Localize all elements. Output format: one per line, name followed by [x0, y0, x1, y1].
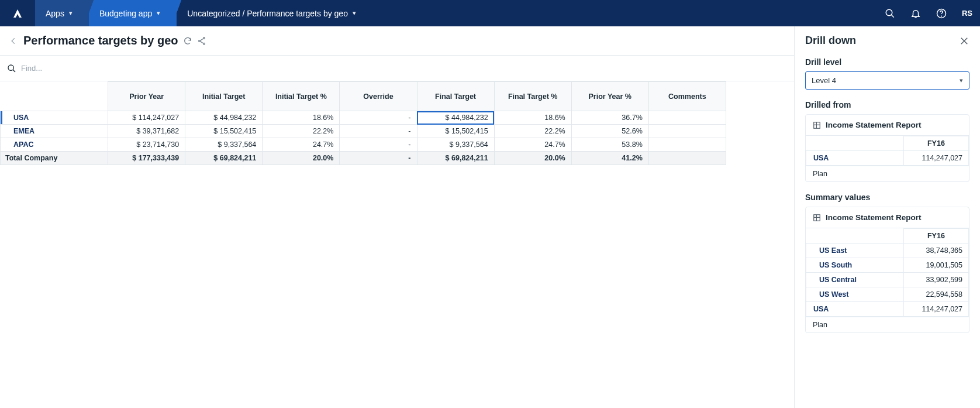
mini-row-label: USA — [806, 151, 904, 166]
cell[interactable]: $ 23,714,730 — [108, 138, 185, 152]
row-header[interactable]: USA — [1, 111, 108, 125]
cell[interactable]: $ 15,502,415 — [185, 125, 263, 138]
user-avatar[interactable]: RS — [954, 0, 980, 26]
cell[interactable]: 24.7% — [263, 138, 340, 152]
cell[interactable]: $ 44,984,232 — [417, 111, 494, 125]
column-header[interactable]: Initial Target — [185, 82, 263, 111]
svg-line-8 — [200, 41, 203, 43]
column-header[interactable]: Comments — [648, 82, 726, 111]
cell[interactable]: $ 9,337,564 — [417, 138, 494, 152]
page-title: Performance targets by geo — [23, 34, 206, 47]
cell[interactable]: $ 69,824,211 — [185, 152, 263, 165]
close-icon[interactable] — [959, 36, 969, 46]
svg-line-7 — [200, 39, 203, 40]
cell[interactable]: - — [340, 111, 417, 125]
chevron-down-icon: ▾ — [960, 77, 963, 84]
svg-point-3 — [941, 16, 942, 16]
card-title: Income Statement Report — [806, 115, 969, 136]
nav-breadcrumb[interactable]: Uncategorized / Performance targets by g… — [177, 0, 372, 26]
row-header[interactable]: Total Company — [1, 152, 108, 165]
cell[interactable]: - — [340, 138, 417, 152]
column-header[interactable]: Final Target % — [494, 82, 571, 111]
mini-row-value: 19,001,505 — [903, 258, 968, 273]
cell[interactable]: - — [340, 125, 417, 138]
row-header[interactable]: APAC — [1, 138, 108, 152]
cell[interactable]: $ 177,333,439 — [108, 152, 185, 165]
row-header[interactable]: EMEA — [1, 125, 108, 138]
svg-point-5 — [198, 40, 200, 42]
card-footer: Plan — [806, 166, 969, 181]
cell[interactable]: $ 39,371,682 — [108, 125, 185, 138]
drill-down-panel: Drill down Drill level Level 4 ▾ Drilled… — [794, 26, 980, 408]
cell[interactable]: $ 9,337,564 — [185, 138, 263, 152]
panel-title-row: Drill down — [805, 35, 969, 47]
mini-row-label: US West — [806, 287, 904, 302]
nav-breadcrumb-label: Uncategorized / Performance targets by g… — [187, 9, 348, 18]
column-header[interactable]: Prior Year % — [571, 82, 648, 111]
mini-row-value: 38,748,365 — [903, 244, 968, 258]
cell[interactable]: 18.6% — [263, 111, 340, 125]
search-icon[interactable] — [7, 64, 16, 73]
cell[interactable]: 41.2% — [571, 152, 648, 165]
cell[interactable]: 52.6% — [571, 125, 648, 138]
cell[interactable]: $ 114,247,027 — [108, 111, 185, 125]
cell[interactable]: 22.2% — [494, 125, 571, 138]
svg-point-0 — [886, 9, 892, 16]
nav-apps[interactable]: Apps ▾ — [35, 0, 89, 26]
mini-row-value: 33,902,599 — [903, 273, 968, 287]
mini-row-value: 22,594,558 — [903, 287, 968, 302]
top-navbar: Apps ▾ Budgeting app ▾ Uncategorized / P… — [0, 0, 980, 26]
cell[interactable]: $ 69,824,211 — [417, 152, 494, 165]
app-logo[interactable] — [0, 0, 35, 26]
svg-point-14 — [8, 65, 13, 70]
card-title: Income Statement Report — [806, 207, 969, 228]
help-icon[interactable] — [929, 0, 954, 26]
search-icon[interactable] — [877, 0, 903, 26]
nav-app-selected-label: Budgeting app — [99, 9, 152, 18]
cell[interactable] — [648, 125, 726, 138]
cell[interactable]: 20.0% — [494, 152, 571, 165]
panel-title: Drill down — [805, 35, 856, 47]
card-title-text: Income Statement Report — [826, 213, 922, 222]
cell[interactable]: $ 44,984,232 — [185, 111, 263, 125]
cell[interactable] — [648, 138, 726, 152]
cell[interactable]: $ 15,502,415 — [417, 125, 494, 138]
cell[interactable]: 18.6% — [494, 111, 571, 125]
column-header[interactable]: Final Target — [417, 82, 494, 111]
cell[interactable]: 22.2% — [263, 125, 340, 138]
drilled-from-label: Drilled from — [805, 100, 969, 109]
cell[interactable]: 20.0% — [263, 152, 340, 165]
cell[interactable] — [648, 152, 726, 165]
mini-total-value: 114,247,027 — [903, 302, 968, 317]
cell[interactable]: 24.7% — [494, 138, 571, 152]
nav-app-selected[interactable]: Budgeting app ▾ — [89, 0, 177, 26]
column-header[interactable]: Prior Year — [108, 82, 185, 111]
drill-level-value: Level 4 — [812, 76, 836, 85]
refresh-icon[interactable] — [183, 36, 192, 46]
mini-row-label: US South — [806, 258, 904, 273]
svg-point-4 — [203, 37, 205, 39]
mini-period: FY16 — [903, 136, 968, 151]
grid-icon — [813, 121, 821, 129]
svg-line-1 — [891, 15, 894, 18]
cell[interactable]: 36.7% — [571, 111, 648, 125]
card-title-text: Income Statement Report — [826, 121, 922, 129]
notifications-icon[interactable] — [903, 0, 929, 26]
column-header[interactable]: Initial Target % — [263, 82, 340, 111]
drilled-from-card: Income Statement Report FY16 USA 114,247… — [805, 114, 969, 182]
grid-icon — [813, 214, 821, 222]
chevron-down-icon: ▾ — [157, 9, 160, 17]
cell[interactable]: - — [340, 152, 417, 165]
svg-line-15 — [13, 70, 15, 72]
column-header[interactable]: Override — [340, 82, 417, 111]
drill-level-select[interactable]: Level 4 ▾ — [805, 71, 969, 90]
nav-apps-label: Apps — [46, 9, 64, 18]
user-initials: RS — [962, 9, 972, 18]
svg-point-6 — [203, 43, 205, 44]
back-button[interactable] — [9, 37, 18, 45]
share-icon[interactable] — [197, 36, 206, 46]
cell[interactable] — [648, 111, 726, 125]
find-input[interactable] — [21, 64, 138, 73]
summary-values-label: Summary values — [805, 193, 969, 202]
cell[interactable]: 53.8% — [571, 138, 648, 152]
